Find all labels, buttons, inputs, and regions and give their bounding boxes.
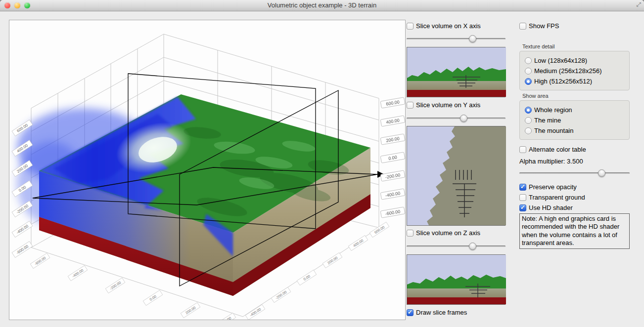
preserve-opacity-row[interactable]: Preserve opacity: [519, 183, 630, 191]
zoom-button[interactable]: [24, 2, 30, 8]
radio-area-mine[interactable]: [525, 117, 532, 124]
alternate-color-row[interactable]: Alternate color table: [519, 146, 630, 154]
slice-z-checkbox[interactable]: [407, 230, 414, 237]
preserve-opacity-checkbox[interactable]: [519, 184, 526, 191]
draw-slice-frames-row[interactable]: Draw slice frames: [407, 309, 506, 317]
radio-area-mine-label: The mine: [534, 117, 561, 124]
y-slice-preview: [407, 126, 506, 226]
terrain-volume: [17, 94, 370, 296]
radio-area-mountain-label: The mountain: [534, 127, 574, 135]
show-area-title: Show area: [522, 93, 630, 99]
show-fps-label: Show FPS: [529, 22, 559, 30]
use-hd-shader-label: Use HD shader: [529, 204, 573, 212]
close-button[interactable]: [4, 2, 10, 8]
traffic-lights: [4, 2, 30, 8]
texture-detail-title: Texture detail: [522, 43, 630, 50]
alternate-color-label: Alternate color table: [529, 146, 586, 154]
slice-y-checkbox[interactable]: [407, 102, 414, 109]
transparent-ground-label: Transparent ground: [529, 194, 585, 202]
titlebar[interactable]: Volumetric object example - 3D terrain ⤢: [0, 0, 644, 11]
radio-texture-high-label: High (512x256x512): [534, 78, 592, 85]
hd-shader-note: Note: A high end graphics card is recomm…: [519, 213, 630, 249]
terrain-3d-scene: 600.00 400.00 200.00 0.00 -200.00 -400.0…: [9, 20, 405, 320]
radio-texture-medium[interactable]: [525, 68, 532, 75]
render-options-column: Show FPS Texture detail Low (128x64x128)…: [519, 20, 630, 249]
slider-thumb[interactable]: [460, 115, 467, 122]
radio-area-mine-row[interactable]: The mine: [525, 117, 624, 124]
slider-track[interactable]: [519, 172, 630, 174]
terrain-3d-view[interactable]: 600.00 400.00 200.00 0.00 -200.00 -400.0…: [9, 20, 406, 320]
preserve-opacity-label: Preserve opacity: [529, 183, 577, 191]
slice-z-slider[interactable]: [407, 243, 506, 250]
draw-slice-frames-label: Draw slice frames: [416, 309, 467, 317]
slice-y-checkbox-row[interactable]: Slice volume on Y axis: [407, 101, 506, 109]
app-window: Volumetric object example - 3D terrain ⤢: [0, 0, 644, 327]
radio-texture-low-label: Low (128x64x128): [534, 57, 587, 65]
alternate-color-checkbox[interactable]: [519, 146, 526, 153]
slider-track[interactable]: [407, 118, 506, 119]
draw-slice-frames-checkbox[interactable]: [407, 309, 414, 316]
slice-x-slider[interactable]: [407, 35, 506, 42]
transparent-ground-row[interactable]: Transparent ground: [519, 194, 630, 202]
radio-texture-medium-label: Medium (256x128x256): [534, 67, 602, 75]
radio-texture-high[interactable]: [525, 78, 532, 85]
show-area-group: Whole region The mine The mountain: [519, 100, 630, 140]
slice-y-slider[interactable]: [407, 115, 506, 122]
minimize-button[interactable]: [14, 2, 20, 8]
window-content: 600.00 400.00 200.00 0.00 -200.00 -400.0…: [0, 11, 644, 327]
radio-texture-medium-row[interactable]: Medium (256x128x256): [525, 67, 624, 75]
show-fps-checkbox[interactable]: [519, 23, 526, 30]
show-fps-row[interactable]: Show FPS: [519, 22, 630, 30]
slice-x-checkbox[interactable]: [407, 23, 414, 30]
radio-area-whole-label: Whole region: [534, 106, 572, 114]
alpha-multiplier-slider[interactable]: [519, 169, 630, 177]
slice-y-label: Slice volume on Y axis: [416, 101, 480, 109]
resize-icon[interactable]: ⤢: [636, 1, 641, 8]
slider-thumb[interactable]: [469, 243, 476, 250]
alpha-multiplier-label-row: Alpha multiplier: 3.500: [519, 158, 630, 165]
z-slice-preview: [407, 254, 506, 305]
window-title: Volumetric object example - 3D terrain: [0, 0, 644, 11]
x-slice-preview: [407, 47, 506, 97]
radio-area-mountain[interactable]: [525, 127, 532, 134]
slider-thumb[interactable]: [469, 35, 476, 42]
slider-track[interactable]: [407, 38, 506, 40]
use-hd-shader-row[interactable]: Use HD shader: [519, 204, 630, 212]
radio-texture-high-row[interactable]: High (512x256x512): [525, 78, 624, 85]
radio-texture-low-row[interactable]: Low (128x64x128): [525, 57, 624, 65]
slice-x-label: Slice volume on X axis: [416, 22, 481, 30]
transparent-ground-checkbox[interactable]: [519, 194, 526, 201]
slice-controls-column: Slice volume on X axis: [407, 20, 506, 317]
slice-z-checkbox-row[interactable]: Slice volume on Z axis: [407, 229, 506, 237]
radio-area-whole-row[interactable]: Whole region: [525, 106, 624, 114]
texture-detail-group: Low (128x64x128) Medium (256x128x256) Hi…: [519, 51, 630, 90]
slice-x-checkbox-row[interactable]: Slice volume on X axis: [407, 22, 506, 30]
radio-area-whole[interactable]: [525, 107, 532, 114]
radio-area-mountain-row[interactable]: The mountain: [525, 127, 624, 135]
alpha-multiplier-label: Alpha multiplier: 3.500: [519, 158, 583, 165]
radio-texture-low[interactable]: [525, 57, 532, 64]
slider-track[interactable]: [407, 245, 506, 247]
slider-thumb[interactable]: [598, 169, 605, 177]
use-hd-shader-checkbox[interactable]: [519, 204, 526, 211]
z-axis-tick-labels-right: 600.00 400.00 200.00 0.00 -200.00 -400.0…: [380, 97, 405, 218]
slice-z-label: Slice volume on Z axis: [416, 229, 480, 237]
